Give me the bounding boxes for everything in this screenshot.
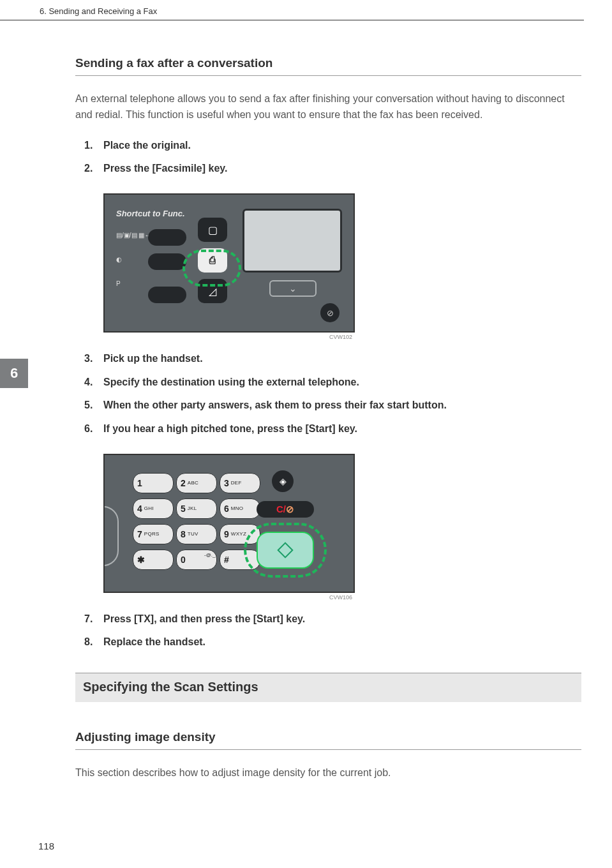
step-1: Place the original. [75,138,581,153]
key-6: 6MNO [220,498,260,519]
escape-icon: ◈ [280,476,287,486]
figure-start-key: 1 2ABC 3DEF 4GHI 5JKL 6MNO 7PQRS 8TUV 9W… [103,454,581,601]
page-number: 118 [38,841,54,851]
side-button-2 [148,253,186,270]
lcd-screen [243,209,342,273]
steps-list-part3: Press [TX], and then press the [Start] k… [75,612,581,650]
key-7: 7PQRS [133,524,174,544]
page-header: 6. Sending and Receiving a Fax [0,0,584,20]
key-9: 9WXYZ [220,524,260,544]
clear-c-label: C [276,504,283,514]
figure2-caption: CVW106 [103,594,355,601]
fax-icon: ⎙ [209,255,216,266]
side-button-1 [148,229,186,246]
key-0-sublabel: -@._ [204,552,215,558]
figure-facsimile-key: Shortcut to Func. ▤/▣/▤ ▦↔▦ ◐ P ▢ ⎙ ◿ ⌄ … [103,193,581,340]
section-heading-send-after-conversation: Sending a fax after a conversation [75,56,581,76]
chapter-tab: 6 [0,359,28,388]
chapter-title: 6. Sending and Receiving a Fax [40,6,157,16]
key-1: 1 [133,473,174,493]
scan-icon: ◿ [209,285,216,297]
down-arrow-slot: ⌄ [269,280,317,297]
chevron-down-icon: ⌄ [289,283,297,294]
pause-icon: ⊘ [327,308,334,318]
key-5: 5JKL [176,498,217,519]
step-4: Specify the destination using the extern… [75,375,581,389]
step-7: Press [TX], and then press the [Start] k… [75,612,581,626]
start-button [257,532,314,569]
steps-list-part1: Place the original. Press the [Facsimile… [75,138,581,176]
numeric-keypad: 1 2ABC 3DEF 4GHI 5JKL 6MNO 7PQRS 8TUV 9W… [133,473,260,570]
density-body-text: This section describes how to adjust ima… [75,765,581,781]
key-hash: # [220,550,260,570]
copy-icon: ▢ [208,224,218,236]
escape-button: ◈ [272,470,294,492]
step-8: Replace the handset. [75,635,581,649]
scan-mode-button: ◿ [198,279,227,303]
start-diamond-icon [277,542,293,558]
stop-icon: ⊘ [286,504,294,515]
section-heading-scan-settings: Specifying the Scan Settings [75,673,581,702]
clear-stop-button: C/⊘ [257,501,314,518]
mode-button-column: ▢ ⎙ ◿ [198,218,227,310]
key-4: 4GHI [133,498,174,519]
key-2: 2ABC [176,473,217,493]
keypad-illustration: 1 2ABC 3DEF 4GHI 5JKL 6MNO 7PQRS 8TUV 9W… [103,454,355,593]
copy-mode-button: ▢ [198,218,227,242]
key-3: 3DEF [220,473,260,493]
facsimile-mode-button: ⎙ [198,248,227,273]
left-arc-decoration [103,506,119,566]
figure1-caption: CVW102 [103,334,355,340]
control-panel-illustration: Shortcut to Func. ▤/▣/▤ ▦↔▦ ◐ P ▢ ⎙ ◿ ⌄ … [103,193,355,333]
shortcut-label: Shortcut to Func. [116,209,185,218]
intro-paragraph: An external telephone allows you to send… [75,91,581,123]
steps-list-part2: Pick up the handset. Specify the destina… [75,352,581,436]
pause-button: ⊘ [320,303,340,322]
key-star: ✱ [133,550,174,570]
step-6: If you hear a high pitched tone, press t… [75,422,581,436]
key-8: 8TUV [176,524,217,544]
step-5: When the other party answers, ask them t… [75,398,581,412]
step-3: Pick up the handset. [75,352,581,366]
sub-heading-image-density: Adjusting image density [75,730,581,750]
step-2: Press the [Facsimile] key. [75,161,581,176]
side-button-3 [148,287,186,303]
